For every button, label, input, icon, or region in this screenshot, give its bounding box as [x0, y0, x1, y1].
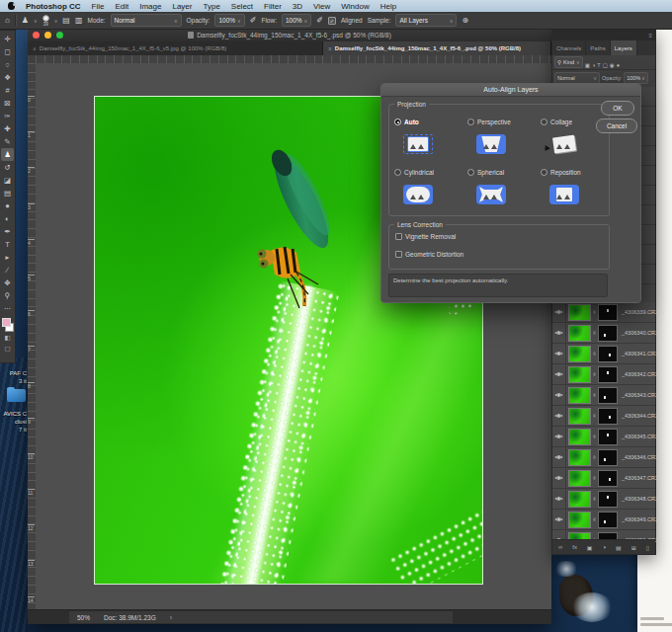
footer-icon-group[interactable]: ▤	[616, 544, 622, 551]
brush-preset-picker[interactable]: 39	[42, 15, 49, 27]
document-tab-active[interactable]: × Damselfly_focStk_44img_150mac_1_4X_f5-…	[323, 41, 551, 55]
menu-item[interactable]: 3D	[293, 2, 302, 11]
layer-row[interactable]: ∞ _4306340.CR2	[552, 323, 655, 344]
geometric-distortion-option[interactable]: Geometric Distortion	[395, 251, 463, 258]
layer-mask-thumbnail[interactable]	[598, 387, 618, 404]
tool-type[interactable]: T	[1, 238, 14, 251]
checkbox[interactable]	[395, 251, 402, 258]
menu-item[interactable]: Type	[203, 2, 219, 11]
mode-select[interactable]: Normal ∨	[111, 14, 182, 27]
menu-item[interactable]: Select	[231, 2, 253, 11]
tool-brush[interactable]: ✎	[1, 135, 14, 148]
layer-row[interactable]: ∞ _4306346.CR2	[552, 447, 655, 468]
layer-row[interactable]: ∞ _4306341.CR2	[552, 344, 655, 364]
tool-eyedropper[interactable]: ✑	[1, 110, 14, 122]
tool-zoom[interactable]: ⚲	[1, 289, 14, 302]
menu-item[interactable]: Window	[341, 2, 369, 11]
layer-mask-thumbnail[interactable]	[598, 512, 618, 528]
layer-mask-thumbnail[interactable]	[598, 346, 618, 362]
tool-move[interactable]: ✛	[1, 33, 14, 45]
tool-frame[interactable]: ⊠	[1, 97, 14, 110]
footer-icon-adjustment[interactable]: ◑	[602, 544, 606, 550]
opacity-select[interactable]: 100% ∨	[214, 14, 244, 27]
filter-type-icon[interactable]: ▢	[603, 62, 608, 68]
filter-type-icon[interactable]: ●	[617, 62, 620, 68]
footer-icon-delete[interactable]: ▯	[646, 544, 649, 551]
projection-option-spherical[interactable]: Spherical	[467, 163, 541, 204]
layer-row[interactable]: ∞ _4306345.CR2	[552, 427, 655, 447]
layer-visibility-eye-icon[interactable]	[552, 323, 566, 343]
layer-row[interactable]: ∞ _4306342.CR2	[552, 364, 655, 385]
menu-item[interactable]: View	[313, 2, 330, 11]
ok-button[interactable]: OK	[601, 101, 634, 116]
layer-mask-thumbnail[interactable]	[598, 325, 618, 342]
tool-clone-stamp[interactable]: ♟	[1, 148, 14, 161]
footer-icon-link[interactable]: ∞	[558, 544, 562, 550]
chevron-down-icon[interactable]: ∨	[54, 18, 58, 24]
layer-thumbnail[interactable]	[568, 387, 591, 404]
layer-name[interactable]: _4306345.CR2	[622, 434, 658, 439]
layer-name[interactable]: _4306339.CR2	[622, 309, 658, 315]
radio-button[interactable]	[541, 169, 547, 176]
tool-lasso[interactable]: ○	[1, 58, 14, 71]
filter-type-icon[interactable]: ▣	[585, 62, 590, 68]
tool-crop[interactable]: #	[1, 84, 14, 97]
layer-name[interactable]: _4306346.CR2	[622, 454, 658, 460]
menu-item[interactable]: Help	[380, 2, 396, 11]
layer-visibility-eye-icon[interactable]	[552, 468, 566, 488]
projection-icon[interactable]	[549, 134, 579, 154]
projection-icon[interactable]	[549, 185, 579, 204]
layer-name[interactable]: _4306347.CR2	[622, 475, 658, 481]
projection-option-reposition[interactable]: Reposition	[541, 163, 606, 204]
menu-item[interactable]: Image	[139, 2, 161, 11]
desktop-icon-label[interactable]: AVICS C	[0, 411, 27, 417]
layer-name[interactable]: _4306349.CR2	[622, 516, 658, 522]
projection-option-auto[interactable]: Auto	[394, 113, 467, 154]
zoom-level-field[interactable]: 50%	[77, 614, 90, 621]
menu-item[interactable]: Edit	[115, 2, 128, 11]
projection-option-cylindrical[interactable]: Cylindrical	[394, 163, 467, 204]
radio-button[interactable]	[541, 118, 547, 125]
tool-history-brush[interactable]: ↺	[1, 161, 14, 174]
sample-ignore-adjustments-icon[interactable]: ⊕	[462, 16, 468, 26]
airbrush-icon[interactable]: ✐	[316, 16, 323, 26]
checkbox[interactable]	[395, 233, 402, 240]
app-name[interactable]: Photoshop CC	[26, 2, 81, 11]
vignette-removal-option[interactable]: Vignette Removal	[395, 233, 456, 240]
document-tab-inactive[interactable]: × Damselfly_focStk_44img_150mac_1_4X_f5-…	[28, 41, 323, 55]
tool-hand[interactable]: ✥	[1, 276, 14, 289]
airbrush-icon[interactable]: ✐	[250, 16, 257, 26]
projection-option-perspective[interactable]: Perspective	[467, 113, 541, 154]
footer-icon-layer-mask[interactable]: ▣	[587, 544, 593, 551]
desktop-icon-label[interactable]: PAF C	[0, 370, 27, 376]
tool-healing-brush[interactable]: ✚	[1, 122, 14, 135]
menu-item[interactable]: File	[92, 2, 105, 11]
blend-mode-select[interactable]: Normal ∨	[554, 72, 600, 84]
quick-mask-icon[interactable]: ◧	[4, 332, 10, 343]
footer-icon-effects[interactable]: fx	[572, 544, 577, 550]
apple-logo-icon[interactable]	[8, 2, 15, 10]
layer-row[interactable]: ∞ _4306347.CR2	[552, 468, 655, 489]
layer-visibility-eye-icon[interactable]	[552, 302, 566, 322]
tool-quick-selection[interactable]: ❖	[1, 71, 14, 84]
layer-visibility-eye-icon[interactable]	[552, 427, 566, 446]
aligned-checkbox[interactable]: ✓	[328, 17, 336, 25]
panel-tab[interactable]: Channels	[552, 40, 586, 55]
layer-mask-thumbnail[interactable]	[598, 429, 618, 445]
dialog-title[interactable]: Auto-Align Layers	[381, 84, 640, 97]
layer-mask-thumbnail[interactable]	[598, 470, 618, 487]
layer-visibility-eye-icon[interactable]	[552, 447, 566, 467]
desktop-folder-icon[interactable]	[7, 389, 26, 402]
layer-name[interactable]: _4306348.CR2	[622, 496, 658, 502]
projection-icon[interactable]	[476, 134, 506, 154]
filter-type-icon[interactable]: ◉	[610, 62, 615, 68]
projection-icon[interactable]	[403, 134, 433, 154]
tool-pen[interactable]: ✒	[1, 225, 14, 238]
layer-thumbnail[interactable]	[568, 449, 591, 466]
layer-thumbnail[interactable]	[568, 512, 591, 528]
layer-name[interactable]: _4306343.CR2	[622, 392, 658, 398]
tool-marquee[interactable]: ◻	[1, 45, 14, 58]
filter-type-icon[interactable]: ◑	[592, 62, 595, 68]
layer-thumbnail[interactable]	[568, 491, 591, 508]
window-title-bar[interactable]: Damselfly_focStk_44img_150mac_1_4X_f5-6_…	[28, 28, 551, 42]
